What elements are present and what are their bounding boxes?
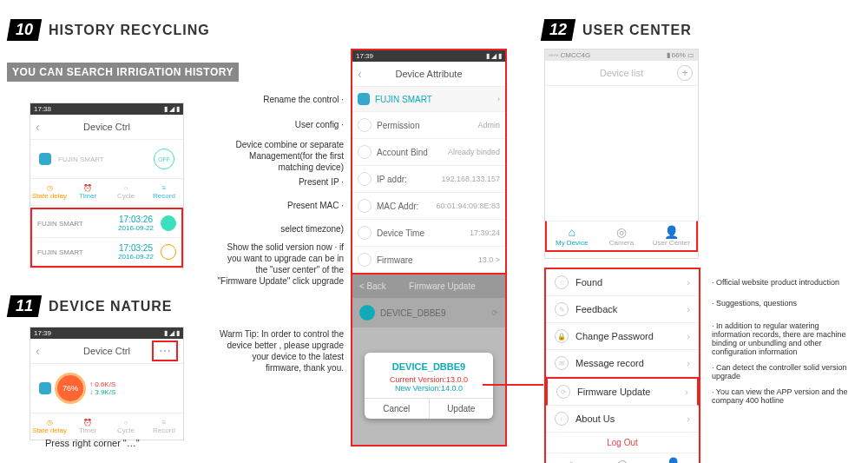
uc-about[interactable]: iAbout Us›	[546, 406, 699, 433]
statusbar: 17:39▮ ◢ ▮	[352, 50, 505, 62]
uc-firmware[interactable]: ⟳Firmware Update›	[546, 377, 699, 406]
note-about: · You can view the APP version and the c…	[712, 387, 859, 405]
tab-cycle[interactable]: ○Cycle	[107, 179, 145, 205]
tab-usercenter[interactable]: 👤User Center	[648, 457, 699, 463]
back-link[interactable]: < Back	[359, 281, 386, 291]
note-msg: · In addition to regular watering inform…	[712, 321, 859, 356]
fw-popup: DEVICE_DBBE9 Current Version:13.0.0 New …	[365, 353, 493, 419]
firmware-phone: < Back Firmware Update DEVICE_DBBE9 ⟳ DE…	[351, 273, 507, 446]
empty-list	[545, 86, 698, 221]
device-icon	[359, 305, 375, 321]
tab-mydevice[interactable]: ⌂My Device	[546, 457, 597, 463]
uc-message[interactable]: ✉Message record›	[546, 350, 699, 377]
tab-row: ◷State delay ⏰Timer ○Cycle ≡Record	[30, 178, 183, 206]
history-banner: YOU CAN SEARCH IRRIGATION HISTORY	[7, 63, 239, 82]
user-center-phone: ☆Found› ✎Feedback› 🔒Change Password› ✉Me…	[544, 268, 700, 463]
cancel-button[interactable]: Cancel	[365, 398, 430, 419]
back-icon[interactable]: ‹	[36, 120, 40, 134]
lbl-mac: Present MAC ·	[215, 200, 344, 211]
fw-header: < Back Firmware Update	[352, 274, 505, 298]
badge-11: 11	[7, 295, 42, 317]
attr-account[interactable]: Account BindAlready binded	[352, 139, 505, 166]
tab-state[interactable]: ◷State delay	[30, 179, 69, 205]
state-off-icon	[161, 244, 176, 260]
state-on-icon	[161, 215, 176, 231]
gauge: 76%	[55, 373, 86, 404]
device-icon	[358, 93, 370, 105]
history-row: FUJIN SMART 17:03:262016-09-22	[32, 209, 181, 238]
history-phone: 17:38▮ ◢ ▮ ‹ Device Ctrl FUJIN SMART OFF…	[30, 103, 184, 268]
note-found: · Official website product introduction	[712, 278, 859, 287]
back-icon[interactable]: ‹	[358, 67, 362, 81]
tab-row: ◷State delay ⏰Timer ○Cycle ≡Record	[30, 413, 183, 440]
statusbar: ◦◦◦◦ CMCC4G▮ 66% ▭	[545, 50, 698, 61]
history-row: FUJIN SMART 17:03:252016-09-22	[32, 238, 181, 266]
about-icon: i	[555, 412, 569, 426]
feedback-icon: ✎	[555, 302, 569, 316]
uc-password[interactable]: 🔒Change Password›	[546, 323, 699, 350]
lbl-mgmt: Management(for the first matching device…	[215, 150, 344, 173]
badge-10: 10	[7, 19, 42, 41]
statusbar: 17:38▮ ◢ ▮	[30, 103, 183, 115]
lock-icon: 🔒	[555, 329, 569, 343]
warm-tip: Warm Tip: In order to control the device…	[215, 328, 344, 374]
nature-phone: 17:39▮ ◢ ▮ ‹ Device Ctrl ⋯ 76% ↑ 0.6K/S↓…	[30, 327, 184, 440]
phone-header: Device list +	[545, 61, 698, 86]
lbl-ip: Present IP ·	[215, 176, 344, 188]
nature-caption: Press right corner "…"	[45, 438, 140, 448]
device-row: 76% ↑ 0.6K/S↓ 3.9K/S	[30, 364, 183, 413]
tab-timer[interactable]: ⏰Timer	[69, 179, 107, 205]
phone-header: ‹ Device Ctrl	[30, 115, 183, 140]
attr-mac: MAC Addr:60:01:94:09:8E:83	[352, 193, 505, 220]
tab-state[interactable]: ◷State delay	[30, 413, 69, 440]
uc-found[interactable]: ☆Found›	[546, 269, 699, 296]
tabbar-highlight: ⌂My Device ◎Camera 👤User Center	[545, 221, 698, 252]
attr-ip: IP addr:192.168.133.157	[352, 166, 505, 193]
statusbar: 17:39▮ ◢ ▮	[30, 327, 183, 339]
attribute-phone: 17:39▮ ◢ ▮ ‹ Device Attribute FUJIN SMAR…	[351, 49, 507, 275]
tab-cycle[interactable]: ○Cycle	[107, 413, 145, 440]
logout-button[interactable]: Log Out	[546, 433, 699, 453]
attr-device[interactable]: FUJIN SMART›	[352, 87, 505, 112]
add-button[interactable]: +	[677, 65, 693, 81]
update-button[interactable]: Update	[430, 398, 494, 419]
tab-record[interactable]: ≡Record	[145, 413, 183, 440]
history-rows-highlight: FUJIN SMART 17:03:262016-09-22 FUJIN SMA…	[30, 208, 183, 268]
device-icon	[39, 382, 51, 394]
tab-mydevice[interactable]: ⌂My Device	[547, 225, 596, 247]
tab-timer[interactable]: ⏰Timer	[69, 413, 107, 440]
new-version: New Version:14.0.0	[372, 384, 486, 393]
found-icon: ☆	[555, 275, 569, 289]
firmware-icon: ⟳	[556, 385, 570, 399]
curr-version: Current Version:13.0.0	[372, 375, 486, 384]
tab-camera[interactable]: ◎Camera	[596, 225, 646, 247]
device-list-phone: ◦◦◦◦ CMCC4G▮ 66% ▭ Device list + ⌂My Dev…	[544, 49, 699, 259]
note-feedback: · Suggestions, questions	[712, 299, 859, 308]
more-button[interactable]: ⋯	[152, 341, 178, 361]
attr-firmware[interactable]: Firmware13.0 >	[352, 247, 505, 274]
title-12: USER CENTER	[582, 23, 692, 38]
back-icon[interactable]: ‹	[36, 344, 40, 358]
fw-device: DEVICE_DBBE9 ⟳	[352, 298, 505, 327]
tab-usercenter[interactable]: 👤User Center	[647, 225, 696, 247]
lbl-fw: Show the solid version now · if you want…	[215, 241, 344, 287]
attr-time[interactable]: Device Time17:39:24	[352, 220, 505, 247]
phone-header: ‹ Device Ctrl ⋯	[30, 339, 183, 364]
lbl-combine: Device combine or separate	[215, 139, 344, 150]
note-fw: · Can detect the controller solid versio…	[712, 363, 859, 380]
lbl-rename: Rename the control ·	[215, 94, 344, 105]
off-button[interactable]: OFF	[154, 149, 174, 169]
lbl-user: User config ·	[215, 119, 344, 130]
title-10: HISTORY RECYCLING	[49, 23, 210, 38]
connector-line	[483, 384, 543, 386]
uc-feedback[interactable]: ✎Feedback›	[546, 296, 699, 323]
popup-title: DEVICE_DBBE9	[372, 361, 486, 372]
attr-permission[interactable]: PermissionAdmin	[352, 112, 505, 139]
phone-header: ‹ Device Attribute	[352, 62, 505, 87]
tab-record[interactable]: ≡Record	[145, 179, 183, 205]
tab-camera[interactable]: ◎Camera	[597, 457, 648, 463]
tabbar: ⌂My Device ◎Camera 👤User Center	[546, 453, 699, 463]
message-icon: ✉	[555, 356, 569, 370]
title-11: DEVICE NATURE	[49, 299, 173, 314]
lbl-tz: select timezone)	[215, 223, 344, 235]
